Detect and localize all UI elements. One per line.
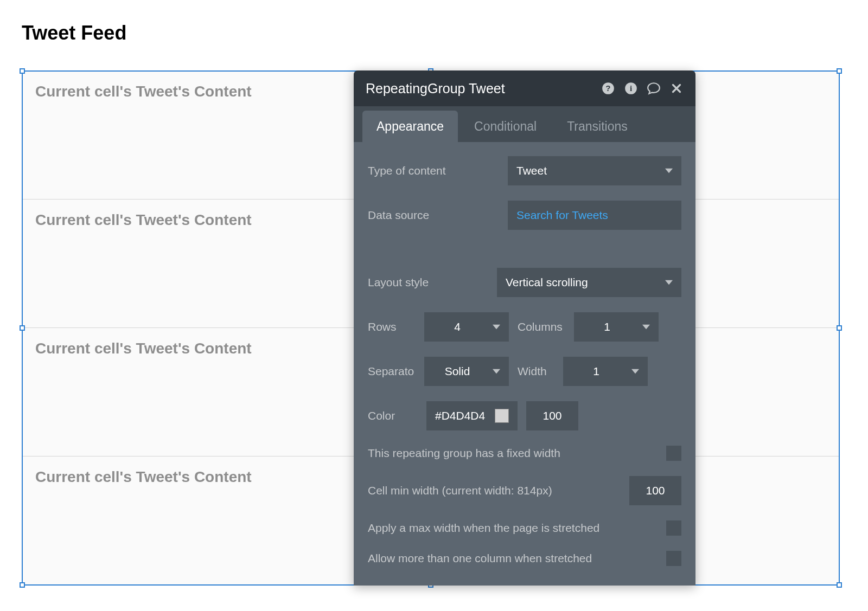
label-columns: Columns <box>518 320 567 333</box>
checkbox-allow-more-cols[interactable] <box>666 551 681 566</box>
input-cell-min-width[interactable]: 100 <box>629 476 681 505</box>
label-apply-max-width: Apply a max width when the page is stret… <box>368 522 658 535</box>
dropdown-value: Solid <box>433 365 482 378</box>
tab-transitions[interactable]: Transitions <box>553 111 642 142</box>
dropdown-rows[interactable]: 4 <box>424 312 509 342</box>
color-hex-input[interactable] <box>435 409 489 422</box>
input-data-source[interactable]: Search for Tweets <box>508 201 681 230</box>
color-alpha-input[interactable]: 100 <box>526 401 578 430</box>
label-allow-more-cols: Allow more than one column when stretche… <box>368 552 658 565</box>
checkbox-apply-max-width[interactable] <box>666 520 681 536</box>
label-color: Color <box>368 409 418 422</box>
dropdown-value: 1 <box>583 320 631 333</box>
dropdown-separator[interactable]: Solid <box>424 357 509 386</box>
dropdown-value: 1 <box>572 365 621 378</box>
chevron-down-icon <box>493 368 500 375</box>
tab-conditional[interactable]: Conditional <box>460 111 551 142</box>
label-layout-style: Layout style <box>368 276 488 289</box>
label-rows: Rows <box>368 320 418 333</box>
editor-canvas: Current cell's Tweet's Content Current c… <box>22 70 840 586</box>
panel-body: Type of content Tweet Data source Search… <box>354 142 695 580</box>
label-type-of-content: Type of content <box>368 164 499 177</box>
tab-appearance[interactable]: Appearance <box>362 111 458 142</box>
checkbox-fixed-width[interactable] <box>666 446 681 461</box>
panel-title: RepeatingGroup Tweet <box>366 81 505 97</box>
label-fixed-width: This repeating group has a fixed width <box>368 447 658 460</box>
property-panel[interactable]: RepeatingGroup Tweet ? i Appearance Cond… <box>354 70 695 586</box>
page-title: Tweet Feed <box>22 22 126 44</box>
label-separator: Separato <box>368 365 418 378</box>
dropdown-value: Tweet <box>516 164 547 177</box>
chevron-down-icon <box>665 167 673 175</box>
data-source-value: Search for Tweets <box>516 209 608 222</box>
cell-min-width-value: 100 <box>646 484 665 497</box>
color-hex-field[interactable] <box>426 401 518 430</box>
panel-tabs: Appearance Conditional Transitions <box>354 106 695 142</box>
dropdown-layout-style[interactable]: Vertical scrolling <box>497 268 681 297</box>
label-cell-min-width: Cell min width (current width: 814px) <box>368 484 621 497</box>
help-icon[interactable]: ? <box>601 81 615 95</box>
comment-icon[interactable] <box>647 81 661 95</box>
color-swatch[interactable] <box>495 409 509 423</box>
svg-text:i: i <box>630 83 632 93</box>
chevron-down-icon <box>665 279 673 286</box>
dropdown-value: 4 <box>433 320 482 333</box>
close-icon[interactable] <box>669 81 684 95</box>
label-width: Width <box>518 365 557 378</box>
dropdown-type-of-content[interactable]: Tweet <box>508 156 681 185</box>
label-data-source: Data source <box>368 209 499 222</box>
info-icon[interactable]: i <box>624 81 638 95</box>
chevron-down-icon <box>631 368 639 375</box>
svg-text:?: ? <box>605 83 610 93</box>
alpha-value: 100 <box>542 409 561 422</box>
chevron-down-icon <box>493 323 500 331</box>
dropdown-value: Vertical scrolling <box>506 276 588 289</box>
chevron-down-icon <box>642 323 650 331</box>
dropdown-width[interactable]: 1 <box>563 357 648 386</box>
dropdown-columns[interactable]: 1 <box>574 312 659 342</box>
panel-header[interactable]: RepeatingGroup Tweet ? i <box>354 70 695 106</box>
